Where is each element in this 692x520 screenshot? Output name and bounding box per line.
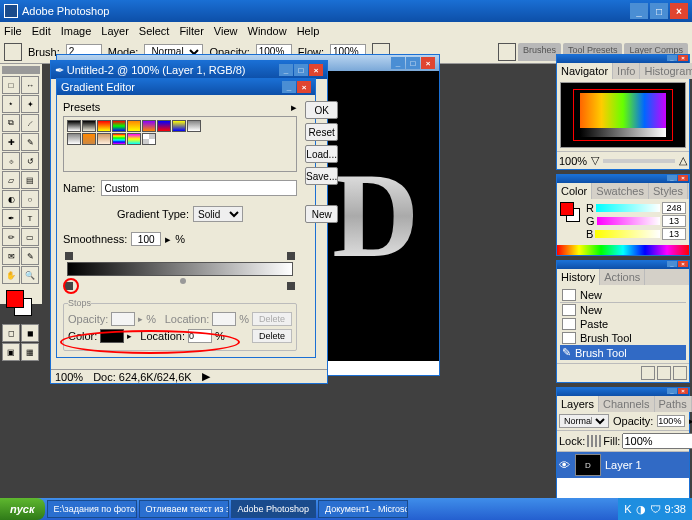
tab-channels[interactable]: Channels: [599, 396, 654, 412]
opacity-stop-left[interactable]: [65, 252, 73, 260]
tab-info[interactable]: Info: [613, 63, 640, 79]
fg-bg-colors[interactable]: [2, 290, 40, 320]
tray-icon[interactable]: 🛡: [650, 503, 661, 515]
history-state[interactable]: ✎Brush Tool: [560, 345, 686, 360]
app-minimize-button[interactable]: _: [630, 3, 648, 19]
tab-paths[interactable]: Paths: [655, 396, 692, 412]
untitled-maximize[interactable]: □: [294, 64, 308, 76]
doc-maximize[interactable]: □: [406, 57, 420, 69]
gradient-tool[interactable]: ▤: [21, 171, 39, 189]
history-state[interactable]: New: [560, 303, 686, 317]
untitled-titlebar[interactable]: ✒ Untitled-2 @ 100% (Layer 1, RGB/8) _ □…: [51, 61, 327, 79]
nav-close[interactable]: ×: [678, 55, 688, 61]
new-button[interactable]: New: [305, 205, 338, 223]
lock-position-icon[interactable]: [595, 435, 597, 447]
delete-opacity-stop-button[interactable]: Delete: [252, 312, 292, 326]
quickmask-on[interactable]: ◼: [21, 324, 39, 342]
preset-swatch[interactable]: [142, 120, 156, 132]
history-brush-tool[interactable]: ↺: [21, 152, 39, 170]
eraser-tool[interactable]: ▱: [2, 171, 20, 189]
dock-tab-brushes[interactable]: Brushes: [518, 43, 561, 61]
color-stop-right[interactable]: [287, 282, 295, 290]
quickmask-off[interactable]: ◻: [2, 324, 20, 342]
clock[interactable]: 9:38: [665, 503, 686, 515]
wand-tool[interactable]: ✦: [21, 95, 39, 113]
color-fgbg[interactable]: [560, 202, 582, 224]
ge-minimize[interactable]: _: [282, 81, 296, 93]
preset-swatch[interactable]: [82, 133, 96, 145]
preset-swatch[interactable]: [67, 120, 81, 132]
tab-history[interactable]: History: [557, 269, 600, 285]
zoom-slider[interactable]: [603, 159, 675, 163]
load-button[interactable]: Load...: [305, 145, 338, 163]
eyedropper-tool[interactable]: ✎: [21, 247, 39, 265]
menu-view[interactable]: View: [214, 25, 238, 37]
menu-file[interactable]: File: [4, 25, 22, 37]
task-button[interactable]: Adobe Photoshop: [231, 500, 317, 518]
palette-well-toggle-icon[interactable]: [498, 43, 516, 61]
stop-loc-input-color[interactable]: [188, 329, 212, 343]
hist-min[interactable]: _: [667, 261, 677, 267]
task-button[interactable]: Отливаем текст из з...: [139, 500, 229, 518]
navigator-preview[interactable]: [560, 82, 686, 148]
gradient-bar[interactable]: [63, 252, 297, 294]
history-state[interactable]: Paste: [560, 317, 686, 331]
menu-select[interactable]: Select: [139, 25, 170, 37]
layers-close[interactable]: ×: [678, 388, 688, 394]
save-button[interactable]: Save...: [305, 167, 338, 185]
layer-thumbnail[interactable]: D: [575, 454, 601, 476]
screenmode-std[interactable]: ▣: [2, 343, 20, 361]
history-state[interactable]: Brush Tool: [560, 331, 686, 345]
ge-close[interactable]: ×: [297, 81, 311, 93]
preset-swatch[interactable]: [172, 120, 186, 132]
gradient-name-input[interactable]: [101, 180, 297, 196]
menu-edit[interactable]: Edit: [32, 25, 51, 37]
brush-tool[interactable]: ✎: [21, 133, 39, 151]
g-slider[interactable]: [597, 217, 660, 225]
tray-icon[interactable]: K: [624, 503, 631, 515]
menu-layer[interactable]: Layer: [101, 25, 129, 37]
preset-swatch[interactable]: [97, 120, 111, 132]
b-value[interactable]: 13: [662, 228, 686, 240]
visibility-icon[interactable]: 👁: [559, 459, 571, 471]
preset-swatch[interactable]: [157, 120, 171, 132]
ok-button[interactable]: OK: [305, 101, 338, 119]
navigator-zoom[interactable]: 100%: [559, 155, 587, 167]
preset-swatch[interactable]: [142, 133, 156, 145]
doc-minimize[interactable]: _: [391, 57, 405, 69]
opacity-stop-right[interactable]: [287, 252, 295, 260]
lasso-tool[interactable]: ⭑: [2, 95, 20, 113]
stop-opacity-input[interactable]: [111, 312, 135, 326]
lock-all-icon[interactable]: [599, 435, 601, 447]
menu-help[interactable]: Help: [297, 25, 320, 37]
untitled-close[interactable]: ×: [309, 64, 323, 76]
system-tray[interactable]: K ◑ 🛡 9:38: [618, 498, 692, 520]
menu-filter[interactable]: Filter: [179, 25, 203, 37]
preset-swatch[interactable]: [127, 120, 141, 132]
preset-swatch[interactable]: [112, 120, 126, 132]
type-tool[interactable]: T: [21, 209, 39, 227]
hist-close[interactable]: ×: [678, 261, 688, 267]
task-button[interactable]: Документ1 - Microso...: [318, 500, 408, 518]
delete-color-stop-button[interactable]: Delete: [252, 329, 292, 343]
hand-tool[interactable]: ✋: [2, 266, 20, 284]
screenmode-full[interactable]: ▦: [21, 343, 39, 361]
preset-swatch[interactable]: [82, 120, 96, 132]
lock-transparency-icon[interactable]: [587, 435, 589, 447]
stop-loc-input-opacity[interactable]: [212, 312, 236, 326]
zoom-tool[interactable]: 🔍: [21, 266, 39, 284]
history-new-doc-icon[interactable]: [641, 366, 655, 380]
shape-tool[interactable]: ▭: [21, 228, 39, 246]
untitled-minimize[interactable]: _: [279, 64, 293, 76]
tab-swatches[interactable]: Swatches: [592, 183, 649, 199]
notes-tool[interactable]: ✉: [2, 247, 20, 265]
layer-fill-input[interactable]: [622, 433, 692, 449]
slice-tool[interactable]: ⟋: [21, 114, 39, 132]
brush-tool-icon[interactable]: [4, 43, 22, 61]
untitled-zoom[interactable]: 100%: [55, 371, 83, 383]
reset-button[interactable]: Reset: [305, 123, 338, 141]
crop-tool[interactable]: ⧉: [2, 114, 20, 132]
smoothness-dropdown-icon[interactable]: ▸: [165, 233, 171, 246]
stamp-tool[interactable]: ⟐: [2, 152, 20, 170]
blur-tool[interactable]: ◐: [2, 190, 20, 208]
